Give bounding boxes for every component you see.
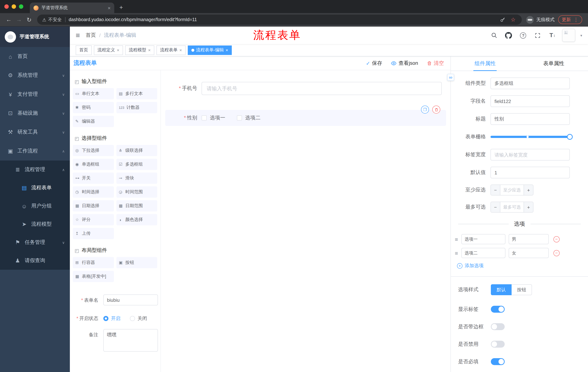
- palette-item-cascader[interactable]: ⋔级联选择: [116, 145, 157, 156]
- option-value-input[interactable]: [509, 234, 549, 244]
- increase-button[interactable]: +: [524, 202, 533, 212]
- sidebar-item-process-management[interactable]: ≣ 流程管理 ∧: [0, 160, 70, 179]
- decrease-button[interactable]: −: [491, 202, 500, 212]
- palette-item-slider[interactable]: ⊸滑块: [116, 172, 157, 184]
- avatar[interactable]: [562, 29, 575, 42]
- increase-button[interactable]: +: [524, 185, 533, 195]
- palette-item-radio-group[interactable]: ◉单选框组: [73, 159, 114, 170]
- tab-close-icon[interactable]: ×: [108, 5, 111, 11]
- browser-tab[interactable]: 芋道管理系统 ×: [30, 2, 114, 13]
- minimize-window-button[interactable]: [12, 4, 16, 9]
- option-label-input[interactable]: [461, 248, 505, 258]
- tag-process-form[interactable]: 流程表单 ×: [157, 45, 186, 55]
- sidebar-item-user-group[interactable]: ☺ 用户分组: [0, 197, 70, 215]
- field-name-input[interactable]: [491, 95, 570, 107]
- gender-checkbox-option2[interactable]: 选项二: [237, 115, 261, 121]
- hamburger-icon[interactable]: ≡: [76, 32, 80, 39]
- sidebar-item-payment[interactable]: ¥ 支付管理 ∨: [0, 85, 70, 104]
- sidebar-item-system[interactable]: ⚙ 系统管理 ∨: [0, 66, 70, 85]
- with-border-toggle[interactable]: [491, 323, 505, 330]
- tag-process-definition[interactable]: 流程定义 ×: [94, 45, 123, 55]
- bookmark-star-icon[interactable]: ☆: [511, 16, 515, 23]
- forward-icon[interactable]: →: [14, 15, 24, 25]
- github-icon[interactable]: [504, 31, 514, 40]
- show-label-toggle[interactable]: [491, 306, 505, 313]
- canvas-field-gender[interactable]: ❐ *性别: [165, 110, 446, 126]
- palette-item-password[interactable]: ✱密码: [73, 102, 114, 113]
- delete-field-button[interactable]: [432, 106, 440, 114]
- tab-form-props[interactable]: 表单属性: [519, 56, 588, 71]
- style-default-button[interactable]: 默认: [491, 284, 512, 295]
- copy-field-button[interactable]: ❐: [421, 106, 429, 114]
- slider-track[interactable]: [491, 136, 570, 138]
- sidebar-item-devtools[interactable]: ⚒ 研发工具 ∨: [0, 123, 70, 142]
- option-value-input[interactable]: [509, 248, 549, 258]
- tag-process-model[interactable]: 流程模型 ×: [125, 45, 154, 55]
- decrease-button[interactable]: −: [491, 185, 500, 195]
- remark-textarea[interactable]: 嘿嘿: [103, 329, 158, 352]
- add-option-button[interactable]: + 添加选项: [457, 262, 581, 269]
- save-button[interactable]: ✓ 保存: [366, 60, 382, 66]
- fullscreen-icon[interactable]: [533, 31, 543, 40]
- sidebar-item-task-management[interactable]: ⚑ 任务管理 ∨: [0, 233, 70, 252]
- max-select-input[interactable]: [500, 202, 524, 212]
- phone-input[interactable]: [202, 82, 442, 95]
- palette-item-time-range[interactable]: ◶时间范围: [116, 186, 157, 198]
- close-icon[interactable]: ×: [148, 47, 151, 53]
- search-icon[interactable]: [489, 31, 499, 40]
- palette-item-rate[interactable]: ☆评分: [73, 214, 114, 225]
- status-radio-on[interactable]: 开启: [103, 315, 120, 322]
- palette-item-upload[interactable]: ↥上传: [73, 228, 114, 239]
- drag-handle-icon[interactable]: ≡: [455, 250, 458, 256]
- palette-item-date-range[interactable]: ▩日期范围: [116, 200, 157, 212]
- palette-item-color-picker[interactable]: ◑颜色选择: [116, 214, 157, 225]
- tag-process-form-edit[interactable]: 流程表单-编辑 ×: [188, 45, 232, 55]
- form-name-input[interactable]: [103, 295, 158, 305]
- help-icon[interactable]: ?: [518, 31, 528, 40]
- close-icon[interactable]: ×: [117, 47, 119, 53]
- style-button-button[interactable]: 按钮: [512, 284, 532, 295]
- reload-icon[interactable]: ↻: [24, 15, 34, 25]
- status-radio-off[interactable]: 关闭: [130, 315, 147, 322]
- canvas-field-phone[interactable]: *手机号: [165, 79, 446, 97]
- zoom-window-button[interactable]: [19, 4, 23, 9]
- close-window-button[interactable]: [4, 4, 9, 9]
- security-chip[interactable]: ⚠ 不安全: [42, 17, 62, 23]
- sidebar-item-leave-query[interactable]: ♟ 请假查询: [0, 252, 70, 270]
- palette-item-button[interactable]: ▣按钮: [116, 257, 157, 268]
- drag-handle-icon[interactable]: ≡: [455, 236, 458, 242]
- remove-option-button[interactable]: −: [553, 236, 560, 242]
- title-input[interactable]: [491, 113, 570, 125]
- palette-item-editor[interactable]: ✎编辑器: [73, 116, 114, 127]
- new-tab-button[interactable]: +: [119, 4, 123, 11]
- palette-item-date-picker[interactable]: ▦日期选择: [73, 200, 114, 212]
- clear-button[interactable]: 清空: [427, 60, 444, 66]
- required-toggle[interactable]: [491, 358, 505, 365]
- component-type-select[interactable]: 多选框组: [491, 77, 570, 89]
- palette-item-single-line-text[interactable]: ▭单行文本: [73, 88, 114, 99]
- back-icon[interactable]: ←: [4, 15, 14, 25]
- palette-item-select[interactable]: ◎下拉选择: [73, 145, 114, 156]
- gender-checkbox-option1[interactable]: 选项一: [202, 115, 225, 121]
- palette-item-row-container[interactable]: ⊞行容器: [73, 257, 114, 268]
- palette-item-counter[interactable]: 123计数器: [116, 102, 157, 113]
- key-icon[interactable]: [500, 17, 505, 22]
- slider-handle[interactable]: [567, 134, 573, 140]
- close-icon[interactable]: ×: [226, 47, 228, 53]
- sidebar-item-home[interactable]: ⌂ 首页: [0, 47, 70, 66]
- tag-home[interactable]: 首页: [76, 45, 92, 55]
- kebab-menu-icon[interactable]: ⋮: [573, 17, 578, 22]
- sidebar-item-process-form[interactable]: ▤ 流程表单: [0, 179, 70, 197]
- view-json-button[interactable]: 查看json: [391, 60, 418, 66]
- default-value-input[interactable]: [491, 167, 570, 178]
- min-select-input[interactable]: [500, 185, 524, 195]
- option-label-input[interactable]: [461, 234, 505, 244]
- address-bar[interactable]: ⚠ 不安全 dashboard.yudao.iocoder.cn/bpm/man…: [37, 15, 522, 25]
- palette-item-switch[interactable]: ⊶开关: [73, 172, 114, 184]
- tab-component-props[interactable]: 组件属性: [451, 56, 519, 71]
- sidebar-item-workflow[interactable]: ▣ 工作流程 ∧: [0, 142, 70, 160]
- disabled-toggle[interactable]: [491, 341, 505, 348]
- label-width-input[interactable]: [491, 149, 570, 160]
- update-button[interactable]: 更新 ⋮: [558, 15, 582, 24]
- palette-item-checkbox-group[interactable]: ☑多选框组: [116, 159, 157, 170]
